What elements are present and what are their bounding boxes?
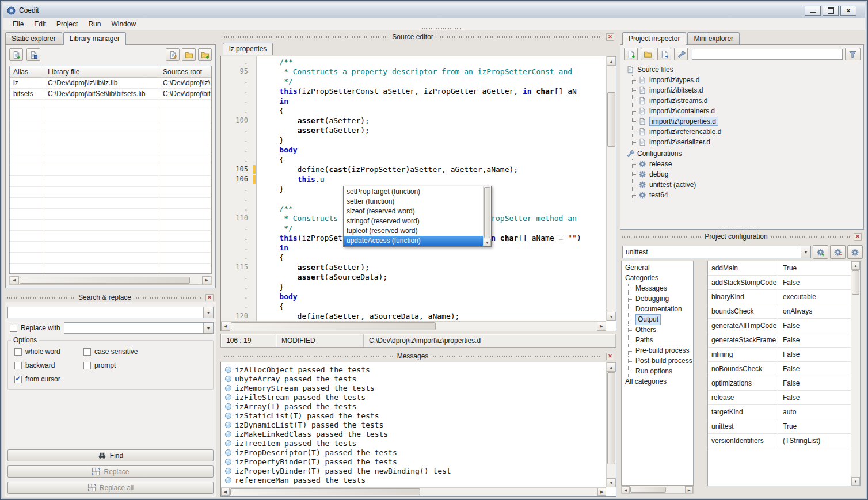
message-item[interactable]: izFileStream passed the tests [222, 392, 606, 402]
scroll-left-button[interactable] [221, 322, 230, 331]
property-row[interactable]: addMainTrue [708, 261, 851, 276]
tree-node-import-iz-streams-d[interactable]: import\iz\streams.d [633, 96, 861, 106]
scroll-right-button[interactable] [202, 276, 211, 284]
completion-item[interactable]: setter (function) [344, 197, 483, 207]
tree-node-configurations[interactable]: Configurations [624, 148, 861, 159]
column-header-alias[interactable]: Alias [10, 66, 44, 77]
tree-node-import-iz-serializer-d[interactable]: import\iz\serializer.d [633, 137, 861, 147]
tab-library-manager[interactable]: Library manager [63, 32, 126, 45]
category-run-options[interactable]: Run options [622, 367, 693, 377]
property-row[interactable]: generateStackFrameFalse [708, 333, 851, 348]
scroll-thumb[interactable] [607, 372, 615, 464]
checkbox-whole-word[interactable]: whole word [14, 348, 83, 356]
property-row[interactable]: unittestTrue [708, 419, 851, 434]
save-libraries-button[interactable] [26, 48, 40, 61]
tree-node-unittest-active[interactable]: unittest (active) [633, 180, 861, 190]
tree-node-import-iz-referencable-d[interactable]: import\iz\referencable.d [633, 127, 861, 137]
new-source-button[interactable] [624, 48, 638, 60]
replace-input[interactable] [64, 324, 203, 332]
scroll-down-button[interactable] [484, 239, 491, 246]
edit-source-button[interactable] [674, 48, 688, 60]
configuration-combobox[interactable]: unittest [622, 246, 811, 258]
open-source-button[interactable] [641, 48, 654, 60]
completion-item[interactable]: sizeof (reserved word) [344, 207, 483, 216]
replace-all-button[interactable]: Replace all [7, 482, 214, 494]
property-row[interactable]: generateAllTmpCodeFalse [708, 319, 851, 333]
category-categories[interactable]: Categories [622, 273, 693, 284]
tab-mini-explorer[interactable]: Mini explorer [687, 32, 740, 44]
tab-project-inspector[interactable]: Project inspector [622, 32, 686, 45]
message-item[interactable]: ubyteArray passed the tests [222, 374, 606, 383]
property-row[interactable]: releaseFalse [708, 391, 851, 405]
message-item[interactable]: izMakeLinkedClass passed the tests [222, 429, 606, 438]
tree-node-import-iz-bitsets-d[interactable]: import\iz\bitsets.d [633, 85, 861, 96]
chevron-down-icon[interactable] [203, 323, 213, 333]
completion-item[interactable]: tupleof (reserved word) [344, 226, 483, 236]
category-output[interactable]: Output [622, 315, 693, 325]
scroll-down-button[interactable] [851, 477, 860, 486]
property-row[interactable]: inliningFalse [708, 348, 851, 362]
inspector-filter-input[interactable] [692, 49, 843, 60]
add-library-folder-button[interactable] [198, 48, 212, 61]
category-post-build-process[interactable]: Post-build process [622, 356, 693, 367]
scroll-up-button[interactable] [607, 362, 616, 372]
category-all-categories[interactable]: All categories [622, 377, 693, 387]
search-input[interactable] [8, 308, 203, 316]
close-button[interactable] [840, 6, 856, 16]
menu-file[interactable]: File [7, 18, 29, 30]
checkbox-from-cursor[interactable]: from cursor [14, 375, 83, 383]
message-item[interactable]: izPropertyBinder(T) passed the newBindin… [222, 466, 606, 475]
column-header-sources-root[interactable]: Sources root [159, 66, 211, 77]
tab-iz-properties[interactable]: iz.properties [223, 43, 273, 55]
message-item[interactable]: izArray(T) passed the tests [222, 402, 606, 411]
scroll-thumb[interactable] [230, 488, 420, 495]
tab-static-explorer[interactable]: Static explorer [5, 32, 62, 44]
scroll-right-button[interactable] [597, 488, 606, 496]
chevron-down-icon[interactable] [801, 246, 810, 258]
scroll-thumb[interactable] [231, 322, 436, 330]
column-header-library-file[interactable]: Library file [44, 66, 159, 77]
property-row[interactable]: optimizationsFalse [708, 376, 851, 391]
completion-item[interactable]: setPropTarget (function) [344, 187, 483, 197]
replace-button[interactable]: Replace [7, 465, 214, 478]
checkbox-case-sensitive[interactable]: case sensitive [83, 348, 138, 356]
checkbox-prompt[interactable]: prompt [83, 361, 138, 369]
menu-edit[interactable]: Edit [29, 18, 51, 30]
add-source-button[interactable] [657, 48, 671, 60]
message-item[interactable]: izStaticList(T) passed the tests [222, 411, 606, 420]
message-item[interactable]: izMemoryStream passed the tests [222, 383, 606, 392]
property-row[interactable]: targetKindauto [708, 405, 851, 419]
remove-configuration-button[interactable] [830, 245, 846, 259]
message-item[interactable]: izAllocObject passed the tests [222, 365, 606, 374]
close-panel-icon[interactable] [854, 233, 862, 241]
scroll-left-button[interactable] [622, 486, 630, 493]
scroll-left-button[interactable] [10, 276, 19, 284]
scroll-down-button[interactable] [607, 478, 616, 487]
category-general[interactable]: General [622, 263, 693, 273]
category-messages[interactable]: Messages [622, 284, 693, 294]
edit-library-button[interactable] [166, 48, 180, 61]
tree-node-import-iz-containers-d[interactable]: import\iz\containers.d [633, 106, 861, 116]
replace-with-checkbox[interactable]: Replace with [10, 324, 60, 332]
scroll-up-button[interactable] [851, 261, 860, 270]
table-row[interactable]: izC:\Dev\dproj\iz\lib\iz.libC:\Dev\dproj… [10, 78, 211, 89]
add-library-button[interactable] [9, 48, 23, 61]
message-item[interactable]: izPropertyBinder(T) passed the tests [222, 457, 606, 466]
checkbox-backward[interactable]: backward [14, 361, 83, 369]
category-documentation[interactable]: Documentation [622, 304, 693, 315]
scroll-left-button[interactable] [221, 488, 230, 496]
property-row[interactable]: boundsCheckonAlways [708, 304, 851, 319]
message-item[interactable]: izDynamicList(T) passed the tests [222, 420, 606, 429]
category-others[interactable]: Others [622, 325, 693, 335]
scroll-right-button[interactable] [685, 486, 693, 493]
menu-window[interactable]: Window [106, 18, 141, 30]
category-paths[interactable]: Paths [622, 335, 693, 346]
message-item[interactable]: referenceMan passed the tests [222, 475, 606, 484]
scroll-right-button[interactable] [597, 322, 606, 331]
scroll-thumb[interactable] [852, 270, 859, 295]
property-row[interactable]: binaryKindexecutable [708, 290, 851, 304]
scroll-down-button[interactable] [607, 312, 616, 321]
table-row[interactable]: bitsetsC:\Dev\dproj\bitSet\lib\bitsets.l… [10, 89, 211, 100]
open-library-folder-button[interactable] [182, 48, 196, 61]
minimize-button[interactable] [805, 6, 821, 16]
